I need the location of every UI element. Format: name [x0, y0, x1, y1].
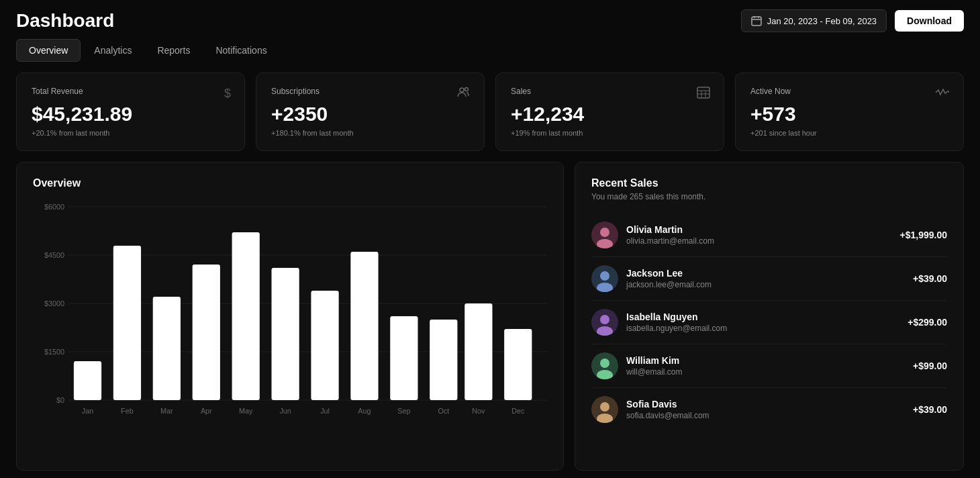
sale-email: olivia.martin@email.com	[626, 236, 900, 246]
sale-info: Isabella Nguyen isabella.nguyen@email.co…	[626, 312, 908, 333]
tab-notifications[interactable]: Notifications	[203, 39, 279, 62]
svg-text:Jul: Jul	[320, 407, 330, 415]
metric-sales-label: Sales	[511, 87, 709, 96]
activity-icon	[935, 87, 950, 101]
metric-active-now: Active Now +573 +201 since last hour	[735, 73, 964, 151]
svg-rect-29	[390, 316, 418, 400]
svg-point-46	[600, 228, 609, 237]
svg-text:$3000: $3000	[44, 299, 64, 307]
dollar-icon: $	[224, 87, 231, 101]
page-title: Dashboard	[16, 10, 114, 32]
svg-rect-0	[752, 17, 761, 26]
avatar	[591, 396, 618, 423]
sale-item: Sofia Davis sofia.davis@email.com +$39.0…	[591, 388, 947, 431]
svg-text:Nov: Nov	[472, 407, 485, 415]
metric-active-now-value: +573	[750, 103, 948, 125]
sale-info: Jackson Lee jackson.lee@email.com	[626, 268, 913, 289]
users-icon	[457, 87, 471, 101]
table-icon	[697, 87, 710, 102]
chart-card: Overview $6000 $4500 $3000 $1500 $0	[16, 162, 564, 471]
svg-rect-31	[464, 303, 492, 400]
metric-subscriptions-label: Subscriptions	[271, 87, 469, 96]
svg-rect-25	[232, 232, 260, 400]
avatar	[591, 352, 618, 379]
metric-total-revenue-label: Total Revenue	[32, 87, 230, 96]
sale-info: Olivia Martin olivia.martin@email.com	[626, 224, 900, 246]
svg-rect-28	[350, 252, 378, 400]
sale-item: Isabella Nguyen isabella.nguyen@email.co…	[591, 301, 947, 344]
svg-rect-27	[311, 291, 338, 400]
svg-rect-6	[697, 87, 709, 98]
tab-reports[interactable]: Reports	[145, 39, 202, 62]
svg-text:Jan: Jan	[82, 407, 93, 415]
sale-name: Isabella Nguyen	[626, 312, 908, 322]
svg-text:May: May	[239, 407, 253, 415]
svg-rect-22	[113, 246, 141, 400]
sale-name: Jackson Lee	[626, 268, 913, 279]
metric-active-now-label: Active Now	[750, 87, 948, 96]
svg-text:Mar: Mar	[160, 407, 173, 415]
sale-name: Olivia Martin	[626, 224, 900, 235]
sale-amount: +$39.00	[913, 273, 947, 284]
svg-text:Dec: Dec	[511, 407, 525, 415]
metric-sales: Sales +12,234 +19% from last month	[495, 73, 724, 151]
svg-point-58	[600, 402, 609, 412]
svg-text:Aug: Aug	[358, 407, 371, 415]
metric-total-revenue-value: $45,231.89	[32, 103, 230, 125]
svg-text:$6000: $6000	[44, 203, 64, 211]
avatar	[591, 265, 618, 292]
metric-subscriptions-value: +2350	[271, 103, 469, 125]
metric-sales-value: +12,234	[511, 103, 709, 125]
svg-text:Oct: Oct	[438, 407, 449, 415]
sale-item: William Kim will@email.com +$99.00	[591, 344, 947, 388]
calendar-icon	[751, 15, 762, 26]
date-range-button[interactable]: Jan 20, 2023 - Feb 09, 2023	[741, 9, 887, 32]
sale-email: sofia.davis@email.com	[626, 411, 913, 420]
svg-text:$1500: $1500	[44, 348, 64, 356]
tab-overview[interactable]: Overview	[16, 39, 81, 62]
sale-email: jackson.lee@email.com	[626, 280, 913, 289]
sale-item: Olivia Martin olivia.martin@email.com +$…	[591, 213, 947, 257]
svg-text:Feb: Feb	[121, 407, 134, 415]
chart-title: Overview	[33, 177, 547, 189]
sale-email: will@email.com	[626, 367, 913, 377]
svg-rect-30	[430, 320, 457, 400]
metric-active-now-change: +201 since last hour	[750, 129, 948, 137]
svg-rect-21	[74, 361, 101, 400]
metric-subscriptions-change: +180.1% from last month	[271, 129, 469, 137]
avatar	[591, 222, 618, 248]
download-button[interactable]: Download	[895, 10, 964, 32]
svg-point-52	[600, 315, 609, 324]
svg-point-49	[600, 271, 609, 281]
svg-text:Sep: Sep	[397, 407, 410, 415]
svg-point-55	[600, 358, 609, 368]
svg-rect-32	[504, 329, 532, 400]
svg-text:$0: $0	[56, 396, 64, 404]
header: Dashboard Jan 20, 2023 - Feb 09, 2023 Do…	[0, 0, 980, 39]
sale-info: Sofia Davis sofia.davis@email.com	[626, 399, 913, 420]
tab-analytics[interactable]: Analytics	[82, 39, 144, 62]
recent-sales-subtitle: You made 265 sales this month.	[591, 192, 947, 201]
recent-sales-card: Recent Sales You made 265 sales this mon…	[575, 162, 964, 471]
chart-area: $6000 $4500 $3000 $1500 $0	[33, 200, 547, 455]
sale-name: Sofia Davis	[626, 399, 913, 410]
sale-amount: +$99.00	[913, 361, 947, 371]
sale-amount: +$39.00	[913, 404, 947, 415]
sale-item: Jackson Lee jackson.lee@email.com +$39.0…	[591, 257, 947, 301]
chart-svg: $6000 $4500 $3000 $1500 $0	[33, 200, 547, 455]
sale-name: William Kim	[626, 355, 913, 366]
bottom-row: Overview $6000 $4500 $3000 $1500 $0	[0, 162, 980, 471]
sale-info: William Kim will@email.com	[626, 355, 913, 377]
svg-point-4	[460, 88, 464, 92]
metric-sales-change: +19% from last month	[511, 129, 709, 137]
sale-amount: +$299.00	[908, 317, 947, 328]
svg-point-5	[465, 88, 469, 91]
sale-email: isabella.nguyen@email.com	[626, 324, 908, 333]
svg-rect-23	[153, 297, 181, 400]
svg-rect-24	[193, 265, 220, 400]
tabs-nav: Overview Analytics Reports Notifications	[0, 39, 980, 62]
avatar	[591, 309, 618, 336]
svg-text:Jun: Jun	[279, 407, 291, 415]
svg-text:Apr: Apr	[201, 407, 212, 415]
header-actions: Jan 20, 2023 - Feb 09, 2023 Download	[741, 9, 964, 32]
